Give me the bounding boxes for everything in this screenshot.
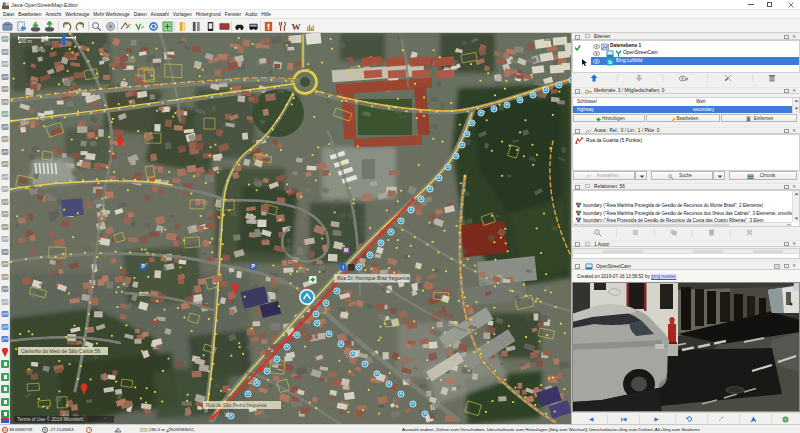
svg-text:Rua de São Pedro freguesia: Rua de São Pedro freguesia	[206, 403, 267, 408]
svg-text:Terms of Use © 2019 Microsoft: Terms of Use © 2019 Microsoft	[17, 416, 84, 422]
svg-text:b: b	[608, 59, 612, 65]
svg-text:100 m: 100 m	[18, 38, 32, 44]
svg-text:M: M	[344, 247, 348, 253]
svg-text:W: W	[291, 21, 301, 31]
svg-text:Rua Dr. Henrique Braz freguesi: Rua Dr. Henrique Braz freguesia	[337, 275, 409, 281]
svg-text:Caminho do Meio de São Carlos: Caminho do Meio de São Carlos 56	[21, 348, 100, 354]
